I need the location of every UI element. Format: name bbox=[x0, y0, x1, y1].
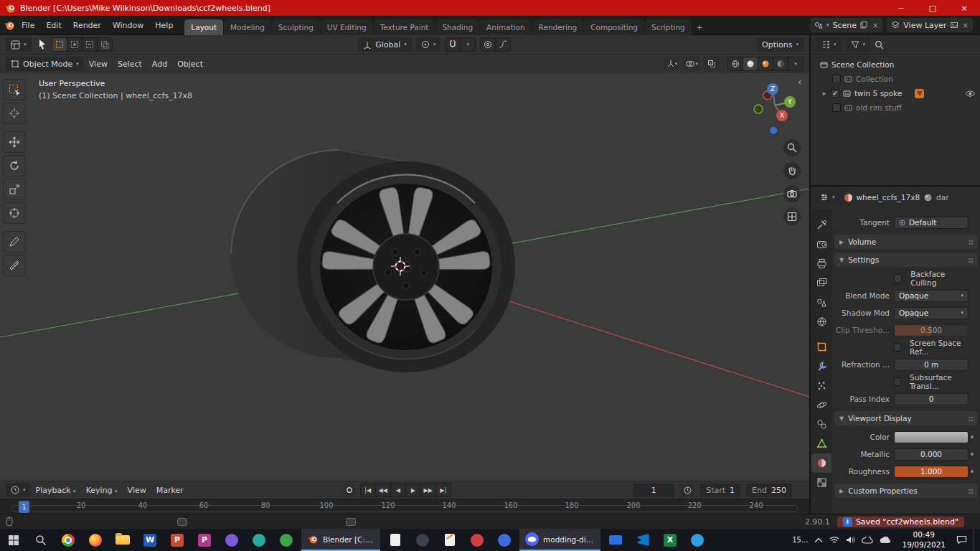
play-button[interactable]: ▶ bbox=[406, 484, 420, 496]
viewport-3d[interactable]: Object Mode ▾ View Select Add Object ▾ ▾… bbox=[0, 55, 809, 481]
tool-rotate[interactable] bbox=[3, 155, 26, 176]
workspace-tab-animation[interactable]: Animation bbox=[480, 19, 532, 35]
workspace-tab-texture-paint[interactable]: Texture Paint bbox=[374, 19, 435, 35]
taskbar-icon-app-4[interactable] bbox=[273, 529, 300, 551]
blender-menu-icon[interactable] bbox=[3, 20, 16, 30]
viewport-menu-add[interactable]: Add bbox=[147, 60, 172, 69]
drag-dots-icon[interactable]: :: bbox=[969, 237, 973, 246]
taskbar-icon-powerpoint[interactable]: P bbox=[164, 529, 191, 551]
expand-arrow-icon[interactable]: ▸ bbox=[821, 90, 828, 97]
roughness-slider[interactable]: 1.000 bbox=[894, 466, 969, 478]
options-dropdown[interactable]: Options ▾ bbox=[757, 37, 804, 52]
viewport-menu-object[interactable]: Object bbox=[172, 60, 208, 69]
taskbar-icon-app-2[interactable] bbox=[218, 529, 245, 551]
taskbar-icon-app-3[interactable] bbox=[245, 529, 273, 551]
outliner-row-old-rim-stuff[interactable]: old rim stuff bbox=[811, 100, 980, 115]
snap-toggle-button[interactable] bbox=[446, 38, 460, 51]
use-preview-range-button[interactable] bbox=[680, 484, 694, 496]
taskbar-icon-app-1[interactable]: P bbox=[191, 529, 218, 551]
taskbar-icon-app-5[interactable] bbox=[382, 529, 409, 551]
tool-cursor[interactable] bbox=[3, 103, 26, 124]
workspace-tab-modeling[interactable]: Modeling bbox=[224, 19, 271, 35]
backface-culling-checkbox[interactable] bbox=[894, 274, 902, 283]
workspace-tab-sculpting[interactable]: Sculpting bbox=[272, 19, 320, 35]
menu-render[interactable]: Render bbox=[67, 21, 107, 30]
jump-to-end-button[interactable]: ▶| bbox=[436, 484, 451, 496]
workspace-tab-shading[interactable]: Shading bbox=[435, 19, 479, 35]
workspace-tab-scripting[interactable]: Scripting bbox=[645, 19, 692, 35]
maximize-button[interactable]: □ bbox=[917, 0, 948, 16]
breadcrumb-material-name[interactable]: dar bbox=[936, 193, 948, 202]
network-icon[interactable] bbox=[829, 536, 839, 544]
tab-texture[interactable] bbox=[811, 473, 831, 492]
onedrive-cloud-icon[interactable] bbox=[862, 537, 873, 544]
outliner-row-collection[interactable]: Collection bbox=[811, 72, 980, 86]
tool-transform[interactable] bbox=[3, 202, 26, 224]
tab-view-layer[interactable] bbox=[811, 273, 831, 293]
close-button[interactable]: × bbox=[948, 0, 980, 16]
tool-measure[interactable] bbox=[3, 255, 26, 276]
outliner-row-twin-5-spoke[interactable]: ▸ ✓ twin 5 spoke bbox=[811, 86, 980, 100]
collection-exclude-checkbox[interactable]: ✓ bbox=[831, 89, 839, 98]
tool-select-box[interactable] bbox=[3, 79, 26, 100]
drag-dots-icon[interactable]: :: bbox=[969, 414, 973, 423]
taskbar-icon-remote-desktop[interactable] bbox=[602, 529, 629, 551]
tab-constraints[interactable] bbox=[811, 415, 831, 434]
remove-view-layer-icon[interactable]: × bbox=[963, 22, 969, 29]
ortho-grid-button[interactable] bbox=[783, 208, 801, 225]
panel-handle[interactable] bbox=[177, 518, 187, 526]
timeline-menu-marker[interactable]: Marker bbox=[151, 486, 189, 495]
start-button[interactable] bbox=[0, 529, 27, 551]
outliner-display-mode-dropdown[interactable]: ▾ bbox=[816, 37, 842, 52]
panel-header-custom-properties[interactable]: ▶Custom Properties:: bbox=[834, 484, 978, 498]
select-mode-new-button[interactable] bbox=[52, 38, 67, 51]
panel-header-settings[interactable]: ▼Settings:: bbox=[834, 253, 978, 267]
hide-in-viewport-eye-icon[interactable] bbox=[965, 90, 976, 98]
menu-window[interactable]: Window bbox=[107, 21, 149, 30]
tab-output[interactable] bbox=[811, 254, 831, 273]
clip-threshold-slider[interactable]: 0.500 bbox=[894, 324, 969, 336]
transform-orientation-dropdown[interactable]: Global ▾ bbox=[358, 37, 412, 52]
new-view-layer-icon[interactable] bbox=[951, 22, 958, 29]
panel-handle[interactable] bbox=[346, 518, 356, 526]
screen-space-refraction-checkbox[interactable] bbox=[894, 343, 901, 352]
taskbar-icon-excel[interactable]: X bbox=[656, 529, 684, 551]
collection-exclude-checkbox[interactable] bbox=[832, 103, 841, 112]
timeline-scrollbar[interactable] bbox=[11, 505, 798, 512]
outliner-filter-dropdown[interactable]: ▾ bbox=[846, 37, 871, 52]
tab-particles[interactable] bbox=[811, 376, 831, 395]
add-workspace-button[interactable]: + bbox=[692, 19, 707, 35]
taskbar-icon-app-6[interactable] bbox=[409, 529, 436, 551]
subsurface-translucency-checkbox[interactable] bbox=[894, 377, 901, 386]
volume-icon[interactable] bbox=[846, 536, 855, 544]
viewport-canvas[interactable] bbox=[0, 55, 809, 481]
panel-header-viewport-display[interactable]: ▼Viewport Display:: bbox=[834, 411, 978, 425]
tab-object[interactable] bbox=[811, 337, 831, 357]
auto-keying-record-button[interactable] bbox=[343, 484, 356, 496]
unlink-scene-icon[interactable]: × bbox=[872, 22, 878, 29]
proportional-falloff-dropdown[interactable] bbox=[496, 38, 510, 51]
taskbar-icon-app-8[interactable] bbox=[463, 529, 491, 551]
zoom-button[interactable] bbox=[783, 139, 801, 156]
pass-index-field[interactable]: 0 bbox=[894, 393, 969, 405]
menu-help[interactable]: Help bbox=[149, 21, 179, 30]
drag-dots-icon[interactable]: :: bbox=[969, 486, 973, 495]
outliner-search-icon[interactable] bbox=[875, 40, 884, 50]
shading-rendered-button[interactable] bbox=[773, 57, 788, 70]
outliner-row-scene-collection[interactable]: Scene Collection bbox=[811, 57, 980, 72]
shadow-mode-dropdown[interactable]: Opaque▾ bbox=[894, 307, 969, 319]
show-gizmo-dropdown[interactable]: ▾ bbox=[664, 57, 679, 70]
new-scene-icon[interactable] bbox=[860, 22, 867, 29]
editor-type-button[interactable]: ▾ bbox=[6, 37, 32, 52]
wheel-object[interactable] bbox=[230, 150, 515, 372]
navigation-gizmo[interactable]: Z Y X bbox=[750, 80, 800, 131]
tab-world[interactable] bbox=[811, 312, 831, 331]
tray-chevron-up-icon[interactable] bbox=[814, 537, 823, 543]
workspace-tab-compositing[interactable]: Compositing bbox=[584, 19, 644, 35]
taskbar-icon-app-9[interactable] bbox=[491, 529, 518, 551]
taskbar-clock[interactable]: 00:49 19/09/2021 bbox=[897, 530, 950, 549]
camera-view-button[interactable] bbox=[783, 185, 801, 202]
collection-exclude-checkbox[interactable] bbox=[832, 75, 841, 83]
tab-physics[interactable] bbox=[811, 395, 831, 415]
taskbar-window-blender[interactable]: Blender [C:\... bbox=[301, 529, 380, 551]
